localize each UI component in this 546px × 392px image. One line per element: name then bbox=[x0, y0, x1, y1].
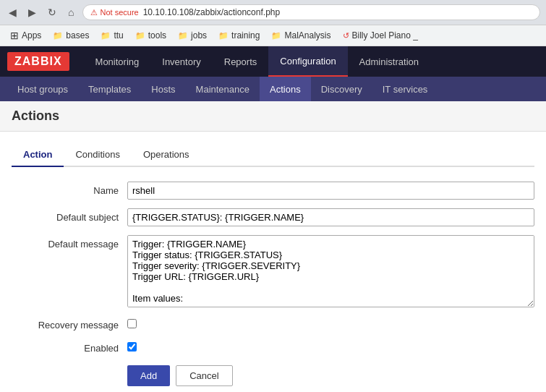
nav-administration[interactable]: Administration bbox=[348, 46, 430, 77]
sub-nav: Host groups Templates Hosts Maintenance … bbox=[0, 77, 546, 101]
cancel-button[interactable]: Cancel bbox=[176, 365, 232, 386]
bookmark-apps-label: Apps bbox=[22, 30, 41, 41]
subnav-host-groups[interactable]: Host groups bbox=[7, 77, 78, 101]
add-button[interactable]: Add bbox=[127, 365, 170, 386]
tab-conditions[interactable]: Conditions bbox=[64, 143, 131, 167]
subnav-discovery[interactable]: Discovery bbox=[311, 77, 372, 101]
button-row: Add Cancel bbox=[127, 365, 534, 386]
bookmark-training-label: training bbox=[231, 30, 260, 41]
content-area: Action Conditions Operations Name Defaul… bbox=[0, 132, 546, 392]
security-indicator: ⚠ Not secure bbox=[90, 8, 138, 17]
bookmark-bases[interactable]: 📁 bases bbox=[48, 29, 93, 42]
bookmark-malanalysis-label: MalAnalysis bbox=[284, 30, 330, 41]
folder-icon: 📁 bbox=[218, 31, 229, 41]
bookmark-malanalysis[interactable]: 📁 MalAnalysis bbox=[267, 29, 335, 42]
bookmark-ttu-label: ttu bbox=[114, 30, 123, 41]
bookmark-tools[interactable]: 📁 tools bbox=[131, 29, 171, 42]
bookmark-billyjoelpiano[interactable]: ↺ Billy Joel Piano _ bbox=[338, 29, 422, 42]
page-header: Actions bbox=[0, 101, 546, 132]
subnav-maintenance[interactable]: Maintenance bbox=[186, 77, 260, 101]
default-message-field: Trigger: {TRIGGER.NAME} Trigger status: … bbox=[127, 235, 534, 307]
subnav-it-services[interactable]: IT services bbox=[372, 77, 438, 101]
default-subject-row: Default subject bbox=[12, 208, 534, 226]
nav-reports[interactable]: Reports bbox=[213, 46, 269, 77]
bookmark-billyjoelpiano-label: Billy Joel Piano _ bbox=[352, 30, 418, 41]
zabbix-app: ZABBIX Monitoring Inventory Reports Conf… bbox=[0, 46, 546, 392]
enabled-row: Enabled bbox=[12, 339, 534, 354]
recovery-message-field bbox=[127, 316, 534, 331]
tab-action[interactable]: Action bbox=[12, 143, 64, 167]
subnav-templates[interactable]: Templates bbox=[78, 77, 141, 101]
nav-monitoring[interactable]: Monitoring bbox=[84, 46, 151, 77]
warning-icon: ⚠ bbox=[90, 8, 98, 17]
back-button[interactable]: ◀ bbox=[6, 5, 20, 20]
bookmark-jobs[interactable]: 📁 jobs bbox=[174, 29, 211, 42]
default-message-textarea[interactable]: Trigger: {TRIGGER.NAME} Trigger status: … bbox=[127, 235, 534, 307]
bookmark-apps[interactable]: ⊞ Apps bbox=[6, 28, 46, 43]
forward-button[interactable]: ▶ bbox=[25, 5, 39, 20]
folder-icon: 📁 bbox=[178, 31, 188, 41]
top-nav: ZABBIX Monitoring Inventory Reports Conf… bbox=[0, 46, 546, 77]
folder-icon: 📁 bbox=[271, 31, 281, 41]
default-subject-input[interactable] bbox=[127, 208, 534, 226]
nav-inventory[interactable]: Inventory bbox=[150, 46, 212, 77]
address-bar[interactable]: ⚠ Not secure 10.10.10.108/zabbix/actionc… bbox=[82, 4, 540, 20]
apps-icon: ⊞ bbox=[10, 30, 19, 41]
recovery-message-checkbox[interactable] bbox=[127, 319, 137, 328]
enabled-checkbox[interactable] bbox=[127, 342, 137, 351]
default-subject-label: Default subject bbox=[12, 208, 127, 223]
default-message-row: Default message Trigger: {TRIGGER.NAME} … bbox=[12, 235, 534, 307]
name-field bbox=[127, 182, 534, 200]
recovery-message-label: Recovery message bbox=[12, 316, 127, 331]
bookmark-bases-label: bases bbox=[66, 30, 89, 41]
enabled-field bbox=[127, 339, 534, 354]
enabled-label: Enabled bbox=[12, 339, 127, 354]
page-title: Actions bbox=[12, 108, 534, 124]
tab-operations[interactable]: Operations bbox=[132, 143, 201, 167]
subnav-hosts[interactable]: Hosts bbox=[141, 77, 185, 101]
folder-icon: 📁 bbox=[101, 31, 111, 41]
bookmark-jobs-label: jobs bbox=[191, 30, 207, 41]
home-button[interactable]: ⌂ bbox=[65, 5, 77, 20]
default-message-label: Default message bbox=[12, 235, 127, 250]
nav-configuration[interactable]: Configuration bbox=[268, 46, 347, 77]
top-nav-items: Monitoring Inventory Reports Configurati… bbox=[84, 46, 430, 77]
bookmark-tools-label: tools bbox=[148, 30, 166, 41]
bookmarks-bar: ⊞ Apps 📁 bases 📁 ttu 📁 tools 📁 jobs 📁 tr… bbox=[0, 25, 546, 46]
subnav-actions[interactable]: Actions bbox=[260, 77, 311, 101]
bookmark-ttu[interactable]: 📁 ttu bbox=[96, 29, 127, 42]
reload-button[interactable]: ↻ bbox=[45, 5, 59, 20]
folder-icon: 📁 bbox=[135, 31, 145, 41]
default-subject-field bbox=[127, 208, 534, 226]
refresh-icon: ↺ bbox=[343, 31, 349, 41]
recovery-message-row: Recovery message bbox=[12, 316, 534, 331]
browser-bar: ◀ ▶ ↻ ⌂ ⚠ Not secure 10.10.10.108/zabbix… bbox=[0, 0, 546, 25]
folder-icon: 📁 bbox=[53, 31, 63, 41]
action-form: Name Default subject Default message Tri… bbox=[12, 182, 534, 386]
tabs: Action Conditions Operations bbox=[12, 143, 534, 167]
bookmark-training[interactable]: 📁 training bbox=[214, 29, 264, 42]
url-text: 10.10.10.108/zabbix/actionconf.php bbox=[143, 7, 280, 17]
name-input[interactable] bbox=[127, 182, 534, 200]
name-label: Name bbox=[12, 182, 127, 196]
zabbix-logo[interactable]: ZABBIX bbox=[7, 52, 69, 71]
name-row: Name bbox=[12, 182, 534, 200]
